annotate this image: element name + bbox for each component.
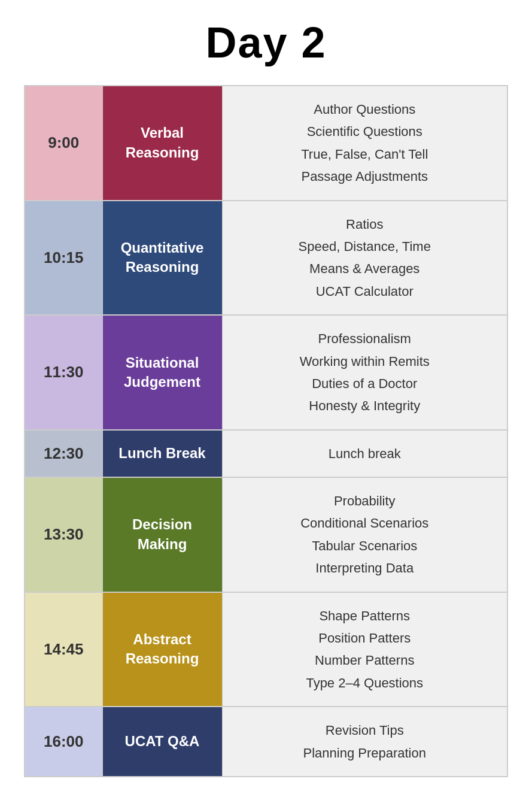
content-cell-situational: ProfessionalismWorking within RemitsDuti… <box>222 315 507 430</box>
time-cell-decision: 13:30 <box>25 477 102 592</box>
time-cell-quantitative: 10:15 <box>25 201 102 316</box>
content-item: Speed, Distance, Time <box>299 239 431 254</box>
content-item: Lunch break <box>329 446 401 461</box>
subject-cell-decision: Decision Making <box>102 477 222 592</box>
content-item: Author Questions <box>314 102 415 117</box>
content-cell-lunch: Lunch break <box>222 430 507 477</box>
content-item: Tabular Scenarios <box>312 538 417 553</box>
subject-cell-lunch: Lunch Break <box>102 430 222 477</box>
time-cell-lunch: 12:30 <box>25 430 102 477</box>
content-item: Shape Patterns <box>319 608 410 623</box>
content-item: Type 2–4 Questions <box>306 675 423 690</box>
content-item: Scientific Questions <box>307 124 422 139</box>
content-cell-ucat: Revision TipsPlanning Preparation <box>222 707 507 777</box>
content-item: Honesty & Integrity <box>309 398 420 413</box>
page-title: Day 2 <box>205 18 326 67</box>
schedule-table: 9:00Verbal ReasoningAuthor QuestionsScie… <box>24 85 508 777</box>
content-item: Working within Remits <box>300 354 430 369</box>
content-item: Position Patters <box>318 631 411 646</box>
content-cell-abstract: Shape PatternsPosition PattersNumber Pat… <box>222 592 507 707</box>
content-item: Duties of a Doctor <box>312 376 417 391</box>
content-cell-decision: ProbabilityConditional ScenariosTabular … <box>222 477 507 592</box>
content-item: Conditional Scenarios <box>300 516 428 531</box>
subject-cell-quantitative: Quantitative Reasoning <box>102 201 222 316</box>
schedule-row-quantitative: 10:15Quantitative ReasoningRatiosSpeed, … <box>25 201 507 316</box>
time-cell-abstract: 14:45 <box>25 592 102 707</box>
content-item: Interpreting Data <box>315 560 414 575</box>
content-item: Probability <box>334 493 396 508</box>
time-cell-situational: 11:30 <box>25 315 102 430</box>
content-item: Means & Averages <box>309 261 419 276</box>
subject-cell-situational: Situational Judgement <box>102 315 222 430</box>
schedule-row-ucat: 16:00UCAT Q&ARevision TipsPlanning Prepa… <box>25 707 507 777</box>
subject-cell-ucat: UCAT Q&A <box>102 707 222 777</box>
content-cell-verbal: Author QuestionsScientific QuestionsTrue… <box>222 86 507 201</box>
schedule-row-decision: 13:30Decision MakingProbabilityCondition… <box>25 477 507 592</box>
schedule-row-lunch: 12:30Lunch BreakLunch break <box>25 430 507 477</box>
content-item: Planning Preparation <box>303 746 426 760</box>
schedule-row-verbal: 9:00Verbal ReasoningAuthor QuestionsScie… <box>25 86 507 201</box>
content-item: Ratios <box>346 217 383 232</box>
content-item: UCAT Calculator <box>316 284 414 299</box>
content-item: True, False, Can't Tell <box>301 147 428 162</box>
schedule-row-abstract: 14:45Abstract ReasoningShape PatternsPos… <box>25 592 507 707</box>
time-cell-verbal: 9:00 <box>25 86 102 201</box>
subject-cell-abstract: Abstract Reasoning <box>102 592 222 707</box>
content-item: Professionalism <box>318 331 411 346</box>
content-item: Revision Tips <box>326 723 404 738</box>
subject-cell-verbal: Verbal Reasoning <box>102 86 222 201</box>
schedule-row-situational: 11:30Situational JudgementProfessionalis… <box>25 315 507 430</box>
content-item: Number Patterns <box>315 653 414 668</box>
content-cell-quantitative: RatiosSpeed, Distance, TimeMeans & Avera… <box>222 201 507 316</box>
content-item: Passage Adjustments <box>301 169 428 184</box>
time-cell-ucat: 16:00 <box>25 707 102 777</box>
